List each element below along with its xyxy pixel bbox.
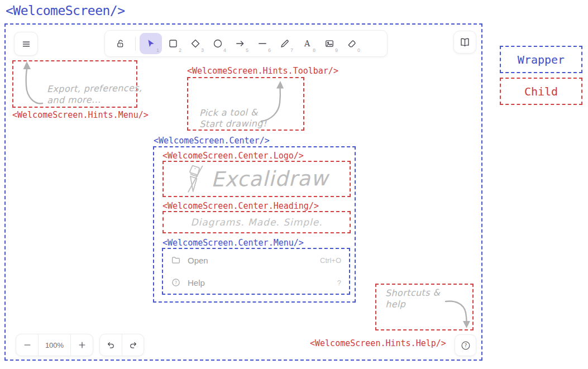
plus-icon bbox=[77, 340, 87, 350]
diamond-icon bbox=[190, 38, 201, 49]
diamond-tool-button[interactable]: 3 bbox=[184, 33, 207, 54]
ellipse-tool-button[interactable]: 4 bbox=[207, 33, 229, 54]
zoom-level[interactable]: 100% bbox=[38, 334, 71, 356]
pen-logo-icon bbox=[185, 164, 204, 194]
tool-shortcut: 5 bbox=[246, 47, 248, 53]
book-icon bbox=[459, 36, 471, 48]
tool-shortcut: 4 bbox=[223, 47, 226, 53]
svg-text:?: ? bbox=[175, 280, 177, 285]
rectangle-icon bbox=[168, 38, 179, 49]
menu-item-shortcut: Ctrl+O bbox=[320, 256, 341, 265]
lock-icon bbox=[114, 38, 126, 49]
welcomescreen-title-label: <WelcomeScreen/> bbox=[6, 3, 125, 18]
toolbar-hint-arrow bbox=[254, 79, 285, 123]
menu-item-label: Help bbox=[188, 278, 205, 287]
image-tool-button[interactable]: 9 bbox=[318, 33, 341, 54]
toolbar: 1 2 3 4 5 bbox=[104, 30, 388, 57]
hints-menu-label: <WelcomeScreen.Hints.Menu/> bbox=[12, 110, 149, 120]
tool-shortcut: 8 bbox=[313, 47, 315, 53]
zoom-controls: 100% bbox=[16, 334, 93, 356]
welcome-screen-diagram: <WelcomeScreen/> 1 2 bbox=[0, 0, 588, 369]
help-button[interactable]: ? bbox=[455, 334, 476, 356]
help-hint-arrow bbox=[441, 295, 471, 330]
center-heading-text: Diagrams. Made. Simple. bbox=[164, 212, 350, 232]
pencil-icon bbox=[279, 38, 290, 49]
text-icon: A bbox=[302, 38, 313, 49]
center-logo-outline: Excalidraw bbox=[162, 161, 351, 197]
legend-wrapper-label: Wrapper bbox=[518, 53, 565, 66]
menu-item-shortcut: ? bbox=[337, 279, 341, 287]
menu-item-help[interactable]: ? Help ? bbox=[164, 274, 348, 291]
line-icon bbox=[257, 38, 268, 49]
legend-child-label: Child bbox=[524, 85, 558, 98]
lock-tool-button[interactable] bbox=[109, 33, 131, 54]
draw-tool-button[interactable]: 7 bbox=[274, 33, 296, 54]
selection-cursor-icon bbox=[145, 38, 156, 49]
tool-shortcut: 9 bbox=[335, 47, 338, 53]
arrow-icon bbox=[235, 38, 246, 49]
excalidraw-logo: Excalidraw bbox=[164, 162, 350, 196]
hints-toolbar-label: <WelcomeScreen.Hints.Toolbar/> bbox=[187, 66, 338, 76]
center-heading-outline: Diagrams. Made. Simple. bbox=[162, 211, 351, 233]
ellipse-icon bbox=[212, 38, 223, 49]
rectangle-tool-button[interactable]: 2 bbox=[162, 33, 184, 54]
undo-button[interactable] bbox=[100, 334, 122, 356]
line-tool-button[interactable]: 6 bbox=[251, 33, 274, 54]
center-heading-label: <WelcomeScreen.Center.Heading/> bbox=[162, 201, 319, 211]
center-label: <WelcomeScreen.Center/> bbox=[154, 136, 270, 146]
eraser-tool-button[interactable]: 0 bbox=[341, 33, 363, 54]
zoom-out-button[interactable] bbox=[16, 334, 38, 356]
arrow-tool-button[interactable]: 5 bbox=[229, 33, 251, 54]
help-hint-text: Shortcuts & help bbox=[385, 287, 441, 310]
library-button[interactable] bbox=[453, 31, 476, 54]
tool-shortcut: 6 bbox=[268, 47, 271, 53]
hamburger-menu-icon bbox=[20, 38, 32, 50]
hints-help-label: <WelcomeScreen.Hints.Help/> bbox=[310, 338, 446, 348]
redo-button[interactable] bbox=[122, 334, 144, 356]
menu-item-label: Open bbox=[188, 256, 208, 265]
tool-shortcut: 7 bbox=[290, 47, 293, 53]
undo-redo-controls bbox=[99, 334, 144, 356]
svg-text:A: A bbox=[304, 39, 310, 48]
text-tool-button[interactable]: A 8 bbox=[296, 33, 318, 54]
main-menu-button[interactable] bbox=[14, 32, 38, 56]
tool-shortcut: 1 bbox=[156, 47, 159, 53]
tool-shortcut: 2 bbox=[179, 47, 181, 53]
eraser-icon bbox=[346, 38, 357, 49]
menu-item-open[interactable]: Open Ctrl+O bbox=[164, 252, 348, 269]
center-menu-outline: Open Ctrl+O ? Help ? bbox=[162, 248, 350, 295]
toolbar-divider bbox=[135, 37, 136, 51]
selection-tool-button[interactable]: 1 bbox=[140, 33, 162, 54]
help-icon: ? bbox=[460, 340, 471, 351]
zoom-in-button[interactable] bbox=[71, 334, 93, 356]
menu-hint-text: Export, preferences, and more... bbox=[47, 83, 142, 106]
svg-text:?: ? bbox=[464, 342, 467, 348]
center-menu-label: <WelcomeScreen.Center.Menu/> bbox=[162, 238, 304, 248]
redo-icon bbox=[128, 340, 138, 351]
legend-wrapper-box: Wrapper bbox=[500, 46, 582, 73]
minus-icon bbox=[22, 340, 32, 350]
menu-hint-arrow bbox=[20, 60, 48, 106]
legend-child-box: Child bbox=[500, 78, 582, 105]
logo-text: Excalidraw bbox=[211, 166, 328, 191]
folder-icon bbox=[171, 255, 181, 265]
tool-shortcut: 0 bbox=[357, 47, 360, 53]
undo-icon bbox=[106, 340, 116, 351]
tool-shortcut: 3 bbox=[201, 47, 204, 53]
question-circle-icon: ? bbox=[171, 277, 181, 287]
center-logo-label: <WelcomeScreen.Center.Logo/> bbox=[162, 151, 304, 161]
image-icon bbox=[324, 38, 335, 49]
